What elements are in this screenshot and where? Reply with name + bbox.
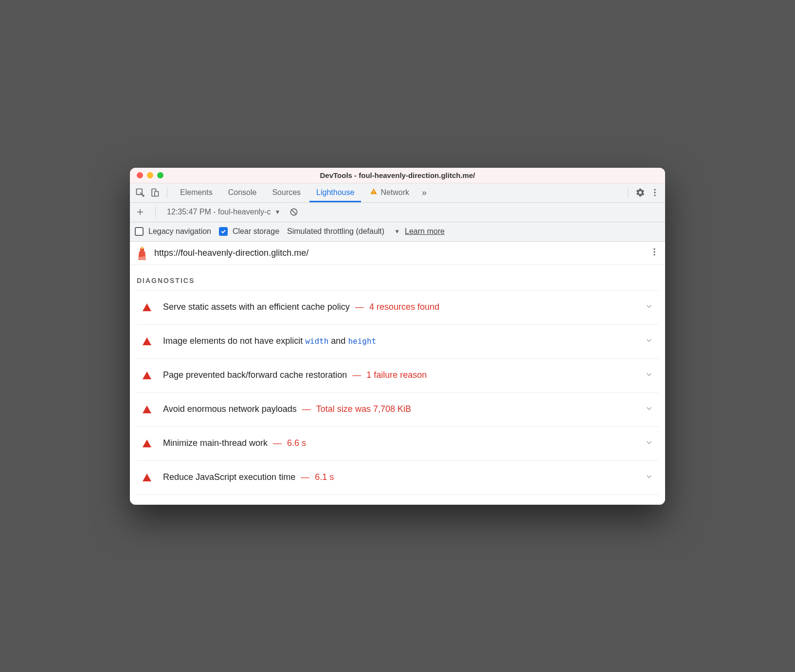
- diagnostic-detail: 4 resources found: [369, 302, 439, 312]
- tab-console[interactable]: Console: [221, 183, 264, 202]
- chevron-down-icon: [645, 302, 653, 313]
- diagnostics-list: Serve static assets with an efficient ca…: [137, 290, 658, 495]
- diagnostic-detail: 6.1 s: [315, 472, 334, 482]
- fail-triangle-icon: [143, 303, 151, 311]
- tab-sources[interactable]: Sources: [265, 183, 307, 202]
- diagnostic-text: Avoid enormous network payloads — Total …: [163, 403, 638, 415]
- maximize-window-button[interactable]: [157, 172, 163, 178]
- minimize-window-button[interactable]: [147, 172, 153, 178]
- chevron-down-icon: [645, 438, 653, 449]
- chevron-down-icon: [645, 404, 653, 415]
- diagnostic-item[interactable]: Serve static assets with an efficient ca…: [137, 291, 658, 325]
- warning-icon: [370, 188, 378, 197]
- chevron-down-icon: [645, 370, 653, 381]
- svg-rect-10: [140, 248, 144, 252]
- fail-triangle-icon: [143, 474, 151, 481]
- diagnostic-item[interactable]: Reduce JavaScript execution time — 6.1 s: [137, 461, 658, 495]
- diagnostic-detail: 6.6 s: [287, 438, 306, 448]
- clear-icon[interactable]: [288, 206, 300, 218]
- fail-triangle-icon: [143, 440, 151, 447]
- chevron-down-icon: [645, 472, 653, 483]
- devtools-window: DevTools - foul-heavenly-direction.glitc…: [130, 168, 665, 505]
- report-menu-icon[interactable]: [650, 247, 659, 259]
- clear-storage-checkbox[interactable]: [219, 227, 228, 236]
- divider: [155, 207, 156, 217]
- diagnostic-text: Minimize main-thread work — 6.6 s: [163, 437, 638, 449]
- more-tabs-icon[interactable]: »: [418, 186, 431, 199]
- svg-rect-3: [374, 191, 374, 192]
- diagnostic-detail: 1 failure reason: [366, 370, 427, 380]
- lighthouse-options: Legacy navigation Clear storage Simulate…: [130, 222, 665, 242]
- report-select[interactable]: 12:35:47 PM - foul-heavenly-c ▼: [164, 206, 283, 218]
- device-toolbar-icon[interactable]: [148, 186, 161, 199]
- diagnostic-item[interactable]: Image elements do not have explicit widt…: [137, 325, 658, 359]
- close-window-button[interactable]: [137, 172, 143, 178]
- throttling-label: Simulated throttling (default): [287, 227, 384, 236]
- main-toolbar: Elements Console Sources Lighthouse Netw…: [130, 183, 665, 203]
- fail-triangle-icon: [143, 337, 151, 345]
- dropdown-icon: ▼: [274, 209, 280, 215]
- diagnostic-item[interactable]: Minimize main-thread work — 6.6 s: [137, 427, 658, 461]
- chevron-down-icon: [645, 336, 653, 347]
- tab-elements[interactable]: Elements: [173, 183, 219, 202]
- report-select-label: 12:35:47 PM - foul-heavenly-c: [167, 208, 271, 216]
- settings-icon[interactable]: [634, 186, 647, 199]
- diagnostic-text: Serve static assets with an efficient ca…: [163, 301, 638, 313]
- svg-point-6: [654, 192, 655, 193]
- diagnostic-detail: Total size was 7,708 KiB: [316, 404, 411, 414]
- lighthouse-logo-icon: [136, 246, 148, 260]
- tab-lighthouse[interactable]: Lighthouse: [309, 183, 361, 202]
- fail-triangle-icon: [143, 406, 151, 413]
- new-report-button[interactable]: [134, 206, 146, 218]
- diagnostic-text: Page prevented back/forward cache restor…: [163, 369, 638, 381]
- legacy-navigation-label: Legacy navigation: [148, 227, 211, 236]
- clear-storage-label: Clear storage: [233, 227, 279, 236]
- titlebar: DevTools - foul-heavenly-direction.glitc…: [130, 168, 665, 183]
- fail-triangle-icon: [143, 371, 151, 379]
- svg-rect-4: [374, 193, 374, 193]
- window-controls: [130, 172, 163, 178]
- window-title: DevTools - foul-heavenly-direction.glitc…: [130, 171, 665, 179]
- diagnostic-text: Image elements do not have explicit widt…: [163, 335, 638, 347]
- kebab-menu-icon[interactable]: [649, 186, 661, 199]
- diagnostic-item[interactable]: Avoid enormous network payloads — Total …: [137, 393, 658, 427]
- learn-more-link[interactable]: Learn more: [405, 227, 445, 236]
- svg-rect-2: [155, 192, 159, 196]
- legacy-navigation-checkbox[interactable]: [135, 227, 144, 236]
- report-header: https://foul-heavenly-direction.glitch.m…: [130, 242, 665, 265]
- diagnostic-item[interactable]: Page prevented back/forward cache restor…: [137, 359, 658, 393]
- svg-point-7: [654, 195, 655, 196]
- report-content: DIAGNOSTICS Serve static assets with an …: [130, 265, 665, 505]
- svg-rect-12: [141, 248, 144, 249]
- report-url: https://foul-heavenly-direction.glitch.m…: [154, 248, 644, 258]
- diagnostics-heading: DIAGNOSTICS: [137, 270, 658, 290]
- diagnostic-text: Reduce JavaScript execution time — 6.1 s: [163, 471, 638, 483]
- divider: [628, 187, 628, 198]
- svg-point-14: [653, 248, 655, 250]
- svg-point-5: [654, 189, 655, 191]
- divider: [167, 187, 167, 198]
- inspect-element-icon[interactable]: [134, 186, 146, 199]
- svg-point-16: [653, 254, 655, 255]
- lighthouse-toolbar: 12:35:47 PM - foul-heavenly-c ▼: [130, 203, 665, 222]
- svg-point-15: [653, 251, 655, 252]
- throttling-dropdown-icon[interactable]: ▼: [394, 228, 400, 235]
- tab-network-label: Network: [380, 188, 409, 197]
- tab-network[interactable]: Network: [363, 183, 416, 202]
